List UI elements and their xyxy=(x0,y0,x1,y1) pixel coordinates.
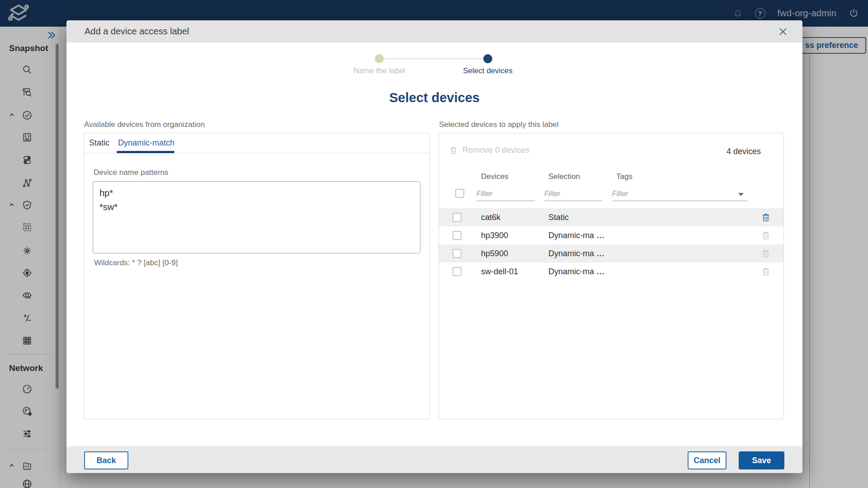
cancel-button[interactable]: Cancel xyxy=(688,451,726,469)
devices-filter-input[interactable] xyxy=(476,187,535,201)
table-row[interactable]: sw-dell-01 Dynamic-ma… xyxy=(439,263,783,281)
selected-devices-label: Selected devices to apply this label xyxy=(439,120,559,129)
selection-type: Dynamic-ma… xyxy=(548,226,604,244)
column-header-selection[interactable]: Selection xyxy=(548,172,580,181)
available-devices-label: Available devices from organization xyxy=(84,120,205,129)
remove-devices-label: Remove 0 devices xyxy=(462,145,529,155)
selection-filter-input[interactable] xyxy=(544,187,602,201)
dialog-footer: Back Cancel Save xyxy=(66,447,802,473)
step-label-select-devices: Select devices xyxy=(463,66,513,75)
row-checkbox[interactable] xyxy=(453,267,462,276)
page-title: Select devices xyxy=(66,90,802,105)
row-checkbox[interactable] xyxy=(453,213,462,222)
device-table-body: cat6k Static hp3900 Dynamic-ma… xyxy=(439,208,783,281)
delete-row-icon[interactable] xyxy=(761,249,771,258)
select-all-checkbox[interactable] xyxy=(455,189,464,198)
expand-ellipsis-link[interactable]: … xyxy=(596,267,604,276)
stepper-connector xyxy=(385,58,483,59)
save-button[interactable]: Save xyxy=(739,451,784,469)
table-row[interactable]: cat6k Static xyxy=(439,208,783,226)
expand-ellipsis-link[interactable]: … xyxy=(596,231,604,240)
selection-type: Static xyxy=(548,208,569,226)
row-checkbox[interactable] xyxy=(453,231,462,240)
device-name-patterns-label: Device name patterns xyxy=(94,168,168,177)
chevron-down-icon[interactable] xyxy=(738,193,744,196)
step-dot-select-devices[interactable] xyxy=(483,54,492,63)
tab-static[interactable]: Static xyxy=(89,133,109,152)
close-icon[interactable] xyxy=(778,26,789,37)
device-name: sw-dell-01 xyxy=(481,263,518,281)
selection-type: Dynamic-ma… xyxy=(548,263,604,281)
device-name-patterns-input[interactable]: hp* *sw* xyxy=(93,181,420,253)
selected-devices-panel: Remove 0 devices 4 devices Devices Selec… xyxy=(439,133,784,419)
device-count-badge: 4 devices xyxy=(726,147,761,156)
table-row[interactable]: hp5900 Dynamic-ma… xyxy=(439,244,783,263)
step-label-name-the-label: Name the label xyxy=(354,66,405,75)
dialog-header: Add a device access label xyxy=(66,20,802,42)
selection-mode-tabs: Static Dynamic-match xyxy=(84,133,429,153)
tags-filter-input[interactable] xyxy=(612,187,748,201)
delete-row-icon[interactable] xyxy=(761,212,771,222)
column-header-devices[interactable]: Devices xyxy=(481,172,508,181)
device-name: hp5900 xyxy=(481,244,508,263)
expand-ellipsis-link[interactable]: … xyxy=(596,249,604,258)
delete-row-icon[interactable] xyxy=(761,267,771,277)
back-button[interactable]: Back xyxy=(84,451,128,469)
remove-devices-button[interactable]: Remove 0 devices xyxy=(449,145,529,155)
add-device-access-label-dialog: Add a device access label Name the label… xyxy=(66,20,802,473)
selection-type: Dynamic-ma… xyxy=(548,244,604,263)
wildcards-hint: Wildcards: * ? [abc] [0-9] xyxy=(94,258,178,267)
row-checkbox[interactable] xyxy=(453,249,462,258)
device-name: hp3900 xyxy=(481,226,508,244)
available-devices-panel: Static Dynamic-match Device name pattern… xyxy=(84,133,430,419)
delete-row-icon[interactable] xyxy=(761,230,771,240)
active-tab-indicator xyxy=(117,151,175,153)
device-name: cat6k xyxy=(481,208,500,226)
tab-dynamic-match[interactable]: Dynamic-match xyxy=(118,133,175,152)
table-row[interactable]: hp3900 Dynamic-ma… xyxy=(439,226,783,244)
step-dot-name-the-label[interactable] xyxy=(375,54,384,63)
trash-icon xyxy=(449,146,458,155)
dialog-title: Add a device access label xyxy=(85,20,189,42)
column-header-tags[interactable]: Tags xyxy=(616,172,632,181)
screen: ? fwd-org-admin Snapshot xyxy=(0,0,868,488)
